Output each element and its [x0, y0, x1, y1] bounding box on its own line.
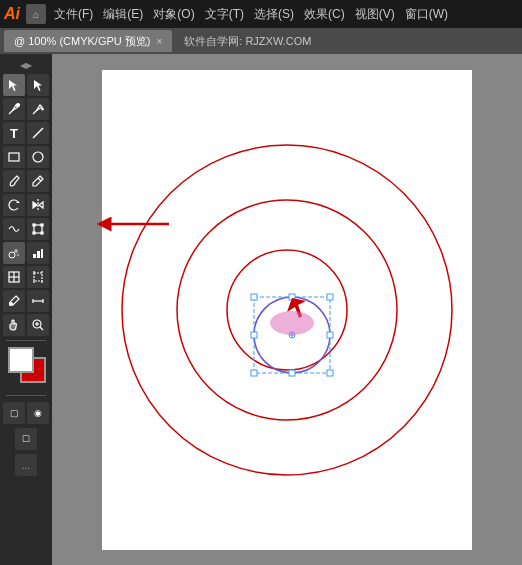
arrow-indicator [94, 209, 174, 242]
reflect-tool[interactable] [27, 194, 49, 216]
titlebar: Ai ⌂ 文件(F) 编辑(E) 对象(O) 文字(T) 选择(S) 效果(C)… [0, 0, 522, 28]
handle-ml [251, 332, 257, 338]
paintbrush-tool[interactable] [3, 170, 25, 192]
svg-rect-11 [41, 224, 43, 226]
ellipse-tool[interactable] [27, 146, 49, 168]
menu-effect[interactable]: 效果(C) [304, 6, 345, 23]
menu-bar: 文件(F) 编辑(E) 对象(O) 文字(T) 选择(S) 效果(C) 视图(V… [54, 6, 448, 23]
add-anchor-tool[interactable] [27, 98, 49, 120]
tab-close-button[interactable]: × [156, 36, 162, 47]
svg-rect-19 [41, 249, 43, 258]
color-swatches[interactable] [0, 347, 52, 389]
normal-mode[interactable]: ▢ [3, 402, 25, 424]
artboard-svg [102, 70, 472, 550]
toolbar-handle: ◀▶ [0, 58, 52, 72]
svg-point-14 [9, 252, 15, 258]
site-info: 软件自学网: RJZXW.COM [184, 34, 311, 49]
eyedropper-tool[interactable] [3, 290, 25, 312]
fill-swatch[interactable] [8, 347, 34, 373]
symbol-sprayer-tool[interactable] [3, 242, 25, 264]
menu-text[interactable]: 文字(T) [205, 6, 244, 23]
handle-bl [251, 370, 257, 376]
tool-row-mode: ▢ ◉ [0, 402, 52, 424]
main-layout: ◀▶ [0, 54, 522, 565]
tool-row-transform [0, 194, 52, 216]
artboard-tool[interactable] [27, 266, 49, 288]
handle-mr [327, 332, 333, 338]
svg-point-15 [15, 250, 18, 253]
menu-view[interactable]: 视图(V) [355, 6, 395, 23]
type-tool[interactable]: T [3, 122, 25, 144]
home-icon[interactable]: ⌂ [26, 4, 46, 24]
tool-row-type: T [0, 122, 52, 144]
svg-point-28 [10, 303, 13, 306]
svg-rect-13 [41, 232, 43, 234]
bottom-tools: ▢ ◉ ☐ ... [0, 402, 52, 478]
tool-row-slice [0, 266, 52, 288]
toolbar: ◀▶ [0, 54, 52, 565]
svg-point-5 [33, 152, 43, 162]
tool-row-screen: ☐ [0, 428, 52, 450]
svg-point-16 [17, 254, 19, 256]
direct-selection-tool[interactable] [27, 74, 49, 96]
middle-circle [177, 200, 397, 420]
tool-row-eyedropper [0, 290, 52, 312]
svg-rect-4 [9, 153, 19, 161]
rectangle-tool[interactable] [3, 146, 25, 168]
tool-row-symbol [0, 242, 52, 264]
tool-row-pen [0, 98, 52, 120]
warp-tool[interactable] [3, 218, 25, 240]
svg-rect-17 [33, 254, 36, 258]
selection-tool[interactable] [3, 74, 25, 96]
tool-row-shape [0, 146, 52, 168]
menu-object[interactable]: 对象(O) [153, 6, 194, 23]
handle-tr [327, 294, 333, 300]
more-tools-button[interactable]: ... [15, 454, 37, 476]
outer-circle [122, 145, 452, 475]
handle-bm [289, 370, 295, 376]
inner-red-circle [227, 250, 347, 370]
active-tab[interactable]: @ 100% (CMYK/GPU 预览) × [4, 30, 172, 52]
column-graph-tool[interactable] [27, 242, 49, 264]
handle-br [327, 370, 333, 376]
menu-window[interactable]: 窗口(W) [405, 6, 448, 23]
tool-row-more: ... [0, 454, 52, 476]
svg-line-33 [40, 327, 43, 330]
zoom-tool[interactable] [27, 314, 49, 336]
svg-line-6 [38, 178, 41, 181]
divider2 [6, 395, 46, 396]
behind-mode[interactable]: ◉ [27, 402, 49, 424]
pink-highlight [270, 311, 314, 335]
svg-line-3 [33, 128, 43, 138]
svg-rect-23 [34, 273, 42, 281]
tool-row-hand [0, 314, 52, 336]
pencil-tool[interactable] [27, 170, 49, 192]
canvas-background [52, 54, 522, 565]
tool-row-warp [0, 218, 52, 240]
menu-file[interactable]: 文件(F) [54, 6, 93, 23]
tool-row-selection [0, 74, 52, 96]
tab-label: @ 100% (CMYK/GPU 预览) [14, 34, 150, 49]
hand-tool[interactable] [3, 314, 25, 336]
menu-select[interactable]: 选择(S) [254, 6, 294, 23]
tabbar: @ 100% (CMYK/GPU 预览) × 软件自学网: RJZXW.COM [0, 28, 522, 54]
canvas-area [52, 54, 522, 565]
pen-tool[interactable] [3, 98, 25, 120]
line-tool[interactable] [27, 122, 49, 144]
rotate-tool[interactable] [3, 194, 25, 216]
svg-rect-12 [33, 232, 35, 234]
ai-logo: Ai [4, 5, 20, 23]
measure-tool[interactable] [27, 290, 49, 312]
svg-rect-18 [37, 251, 40, 258]
screen-mode[interactable]: ☐ [15, 428, 37, 450]
menu-edit[interactable]: 编辑(E) [103, 6, 143, 23]
svg-point-0 [17, 104, 20, 107]
divider1 [6, 340, 46, 341]
slice-tool[interactable] [3, 266, 25, 288]
handle-tl [251, 294, 257, 300]
svg-rect-10 [33, 224, 35, 226]
tool-row-paint [0, 170, 52, 192]
free-transform-tool[interactable] [27, 218, 49, 240]
